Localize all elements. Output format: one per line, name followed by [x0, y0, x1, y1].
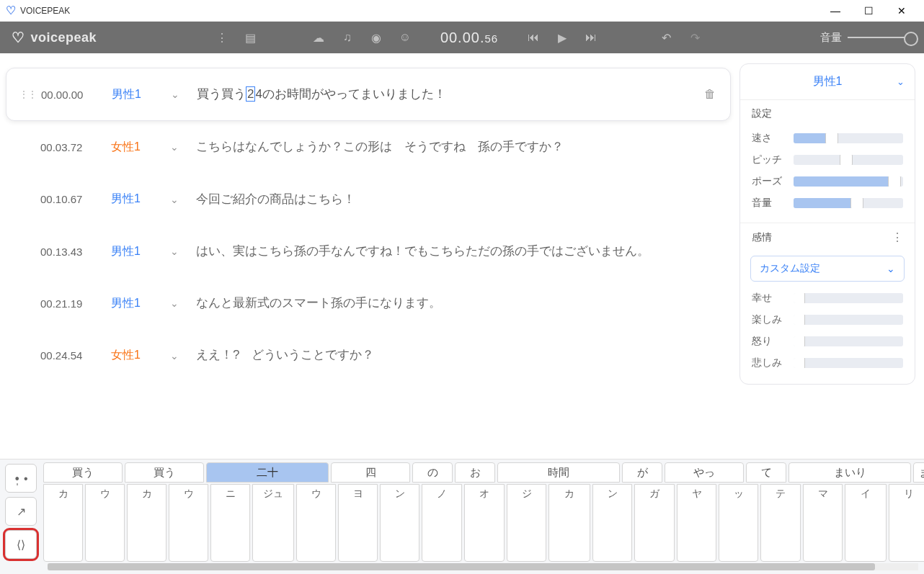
kana-cell[interactable]: マ: [803, 484, 843, 562]
script-line[interactable]: 00.21.19男性1⌄なんと最新式のスマート孫の手になります。: [6, 277, 731, 329]
kana-cell[interactable]: ン: [592, 484, 632, 562]
kana-cell[interactable]: ニ: [210, 484, 250, 562]
word-cell[interactable]: やっ: [665, 462, 744, 483]
line-voice-selector[interactable]: 女性1: [111, 140, 157, 155]
word-cell[interactable]: 買う: [43, 462, 123, 483]
kana-cell[interactable]: ヤ: [677, 484, 716, 562]
phoneme-scrollbar[interactable]: [48, 563, 918, 570]
line-time: 00.03.72: [40, 141, 98, 153]
chevron-down-icon[interactable]: ⌄: [170, 141, 183, 153]
window-close-button[interactable]: ✕: [885, 0, 918, 22]
accent-tool-button[interactable]: •̩ •: [5, 464, 37, 493]
master-volume-slider[interactable]: [848, 37, 912, 38]
script-list: ⋮⋮00.00.00男性1⌄買う買う24のお時間がやってまいりました！🗑00.0…: [0, 53, 739, 459]
kana-cell[interactable]: ッ: [719, 484, 758, 562]
heart-logo-icon: ♡: [12, 29, 25, 46]
redo-icon[interactable]: ↷: [685, 28, 704, 47]
line-text-input[interactable]: はい、実はこちら孫の手なんですね！でもこちらただの孫の手ではございません。: [196, 240, 716, 263]
param-slider[interactable]: [794, 198, 903, 208]
kana-cell[interactable]: カ: [548, 484, 590, 562]
brand-text: voicepeak: [31, 30, 97, 45]
kana-cell[interactable]: ン: [380, 484, 419, 562]
undo-icon[interactable]: ↶: [657, 28, 675, 47]
emotion-label: 悲しみ: [752, 356, 788, 369]
kana-cell[interactable]: イ: [845, 484, 887, 562]
word-cell[interactable]: の: [412, 462, 453, 483]
script-line[interactable]: ⋮⋮00.00.00男性1⌄買う買う24のお時間がやってまいりました！🗑: [6, 68, 731, 121]
line-text-input[interactable]: こちらはなんでしょうか？この形は そうですね 孫の手ですか？: [196, 135, 716, 158]
line-text-input[interactable]: ええ！? どういうことですか？: [196, 344, 716, 367]
slider-label: ポーズ: [752, 175, 788, 188]
word-cell[interactable]: 二十: [206, 462, 329, 483]
emotion-preset-select[interactable]: カスタム設定 ⌄: [750, 256, 905, 282]
script-line[interactable]: 00.10.67男性1⌄今回ご紹介の商品はこちら！: [6, 174, 731, 225]
chevron-down-icon[interactable]: ⌄: [170, 194, 183, 205]
word-cell[interactable]: ま: [913, 462, 924, 483]
kana-cell[interactable]: ヨ: [338, 484, 378, 562]
emotion-slider[interactable]: [794, 315, 903, 325]
chevron-down-icon[interactable]: ⌄: [170, 350, 183, 362]
menu-icon[interactable]: ⋮: [213, 28, 231, 47]
cloud-icon[interactable]: ☁: [309, 28, 328, 47]
kana-cell[interactable]: ジ: [507, 484, 546, 562]
script-line[interactable]: 00.03.72女性1⌄こちらはなんでしょうか？この形は そうですね 孫の手です…: [6, 121, 731, 173]
line-voice-selector[interactable]: 男性1: [111, 192, 157, 207]
line-voice-selector[interactable]: 女性1: [111, 348, 157, 363]
play-icon[interactable]: ▶: [553, 28, 572, 47]
kana-cell[interactable]: テ: [760, 484, 801, 562]
chevron-down-icon[interactable]: ⌄: [171, 89, 184, 100]
line-text-input[interactable]: なんと最新式のスマート孫の手になります。: [196, 292, 716, 315]
window-minimize-button[interactable]: —: [819, 0, 852, 22]
drag-handle-icon[interactable]: ⋮⋮: [19, 89, 28, 99]
voice-selector[interactable]: 男性1 ⌄: [740, 64, 915, 100]
kana-cell[interactable]: オ: [464, 484, 505, 562]
split-tool-button[interactable]: ⟨⟩: [5, 530, 37, 559]
param-slider[interactable]: [794, 176, 903, 187]
line-voice-selector[interactable]: 男性1: [111, 296, 157, 311]
script-line[interactable]: 00.24.54女性1⌄ええ！? どういうことですか？: [6, 329, 731, 381]
chevron-down-icon[interactable]: ⌄: [170, 246, 183, 257]
emotion-slider[interactable]: [794, 293, 903, 303]
param-slider[interactable]: [794, 155, 903, 165]
kana-cell[interactable]: カ: [43, 484, 83, 562]
chevron-down-icon: ⌄: [897, 76, 905, 87]
chevron-down-icon[interactable]: ⌄: [170, 297, 183, 309]
emotion-header: 感情 ⋮: [740, 223, 915, 248]
delete-line-icon[interactable]: 🗑: [704, 88, 716, 101]
emotion-slider[interactable]: [794, 336, 903, 346]
app-icon: ♡: [6, 4, 16, 17]
kana-cell[interactable]: ジュ: [252, 484, 294, 562]
word-cell[interactable]: まいり: [788, 462, 911, 483]
skip-next-icon[interactable]: ⏭: [582, 28, 600, 47]
slider-label: 音量: [752, 197, 788, 210]
kana-cell[interactable]: ウ: [85, 484, 125, 562]
kana-cell[interactable]: ウ: [296, 484, 336, 562]
word-cell[interactable]: 時間: [497, 462, 620, 483]
line-voice-selector[interactable]: 男性1: [112, 87, 158, 102]
emotion-menu-icon[interactable]: ⋮: [892, 230, 903, 244]
kana-cell[interactable]: リ: [889, 484, 924, 562]
kana-cell[interactable]: ノ: [422, 484, 462, 562]
word-cell[interactable]: が: [622, 462, 662, 483]
window-maximize-button[interactable]: ☐: [852, 0, 885, 22]
word-cell[interactable]: 買う: [125, 462, 204, 483]
word-cell[interactable]: 四: [331, 462, 410, 483]
book-icon[interactable]: ▤: [241, 28, 260, 47]
param-slider[interactable]: [794, 133, 903, 143]
kana-cell[interactable]: カ: [127, 484, 166, 562]
line-text-input[interactable]: 買う買う24のお時間がやってまいりました！: [197, 83, 691, 106]
line-voice-selector[interactable]: 男性1: [111, 244, 157, 259]
music-icon[interactable]: ♫: [338, 28, 357, 47]
preset-icon[interactable]: ◉: [367, 28, 386, 47]
curve-tool-button[interactable]: ↗: [5, 497, 37, 526]
slider-label: ピッチ: [752, 153, 788, 166]
emoji-icon[interactable]: ☺: [396, 28, 414, 47]
line-text-input[interactable]: 今回ご紹介の商品はこちら！: [196, 188, 716, 211]
word-cell[interactable]: て: [746, 462, 786, 483]
kana-cell[interactable]: ウ: [169, 484, 208, 562]
word-cell[interactable]: お: [455, 462, 495, 483]
skip-back-icon[interactable]: ⏮: [524, 28, 543, 47]
kana-cell[interactable]: ガ: [634, 484, 675, 562]
emotion-slider[interactable]: [794, 358, 903, 368]
script-line[interactable]: 00.13.43男性1⌄はい、実はこちら孫の手なんですね！でもこちらただの孫の手…: [6, 225, 731, 277]
